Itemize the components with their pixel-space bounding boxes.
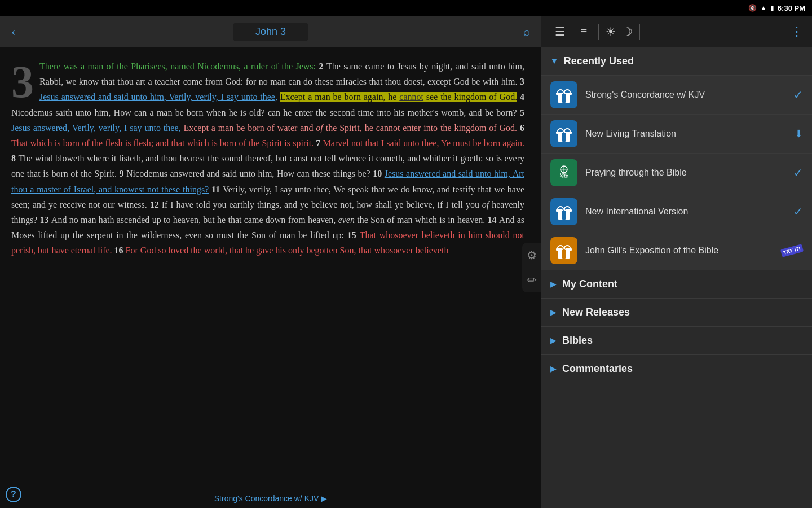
chapter-number: 3 [11,62,34,102]
bible-text-body: There was a man of the Pharisees, named … [11,59,524,258]
strongs-check-icon[interactable]: ✓ [793,88,803,102]
toolbar-divider-2 [639,24,640,40]
chapter-title[interactable]: John 3 [233,23,308,41]
moon-icon[interactable]: ☽ [623,25,633,38]
align-icon[interactable]: ≡ [576,23,592,40]
resource-strongs[interactable]: Strong's Concordance w/ KJV ✓ [541,76,812,115]
more-options-icon[interactable]: ⋮ [791,24,803,39]
prayer-check-icon[interactable]: ✓ [793,166,803,179]
gill-name: John Gill's Exposition of the Bible [585,246,781,256]
prayer-icon-wrap: ONE YEAR [550,159,577,186]
settings-icon[interactable]: ⚙ [527,248,537,262]
gill-svg [554,240,574,261]
commentaries-header[interactable]: ▶ Commentaries [541,355,812,383]
bible-content[interactable]: 3 There was a man of the Pharisees, name… [0,47,541,488]
recently-used-header[interactable]: ▼ Recently Used [541,47,812,76]
new-releases-header[interactable]: ▶ New Releases [541,299,812,327]
new-releases-arrow: ▶ [550,308,557,317]
mute-icon: 🔇 [748,4,757,12]
resources-list: ▼ Recently Used Strong's Concordance w/ … [541,47,812,508]
bibles-arrow: ▶ [550,336,557,345]
wifi-icon: ▲ [760,4,767,12]
niv-icon [550,198,577,225]
status-time: 6:30 PM [778,4,805,12]
resources-toolbar: ☰ ≡ ☀ ☽ ⋮ [541,16,812,47]
bottom-bar: Strong's Concordance w/ KJV ▶ [0,488,541,508]
nlt-icon [550,120,577,147]
bottom-link[interactable]: Strong's Concordance w/ KJV ▶ [214,494,327,503]
commentaries-arrow: ▶ [550,364,557,374]
nav-bar: ‹ John 3 ⌕ [0,16,541,47]
menu-icon[interactable]: ☰ [550,23,570,41]
side-toolbar: ⚙ ✏ [522,243,541,292]
commentaries-title: Commentaries [562,363,633,375]
recently-used-arrow: ▼ [550,57,558,66]
gill-icon [550,237,577,264]
resource-gill[interactable]: John Gill's Exposition of the Bible TRY … [541,231,812,270]
resource-nlt[interactable]: New Living Translation ⬇ [541,115,812,154]
niv-svg [554,202,574,222]
new-releases-title: New Releases [562,306,630,318]
main-layout: ‹ John 3 ⌕ 3 There was a man of the Phar… [0,16,812,508]
nlt-name: New Living Translation [585,129,795,139]
strongs-icon [550,81,577,108]
search-button[interactable]: ⌕ [523,25,530,38]
bible-panel: ‹ John 3 ⌕ 3 There was a man of the Phar… [0,16,541,508]
battery-icon: ▮ [770,4,774,12]
gift-svg [554,85,574,105]
strongs-name: Strong's Concordance w/ KJV [585,90,793,100]
nlt-svg [554,124,574,144]
bibles-header[interactable]: ▶ Bibles [541,327,812,355]
recently-used-title: Recently Used [564,55,634,67]
my-content-title: My Content [562,278,617,290]
edit-icon[interactable]: ✏ [527,273,537,287]
niv-check-icon[interactable]: ✓ [793,205,803,218]
resource-prayer[interactable]: ONE YEAR Praying through the Bible ✓ [541,154,812,192]
resources-panel: ☰ ≡ ☀ ☽ ⋮ ▼ Recently Used [541,16,812,508]
sun-icon[interactable]: ☀ [606,25,616,38]
status-bar: 🔇 ▲ ▮ 6:30 PM [0,0,812,16]
help-button[interactable]: ? [6,487,21,502]
back-button[interactable]: ‹ [11,24,15,39]
niv-name: New International Version [585,207,793,217]
toolbar-divider [598,24,599,40]
resource-niv[interactable]: New International Version ✓ [541,192,812,231]
my-content-arrow: ▶ [550,279,557,289]
prayer-svg: ONE YEAR [554,163,574,183]
status-icons: 🔇 ▲ ▮ 6:30 PM [748,4,805,12]
gill-try-badge[interactable]: TRY IT! [780,244,804,257]
my-content-header[interactable]: ▶ My Content [541,270,812,299]
nlt-download-icon[interactable]: ⬇ [795,128,803,140]
bibles-title: Bibles [562,335,593,347]
svg-text:YEAR: YEAR [560,176,568,179]
prayer-name: Praying through the Bible [585,168,793,178]
